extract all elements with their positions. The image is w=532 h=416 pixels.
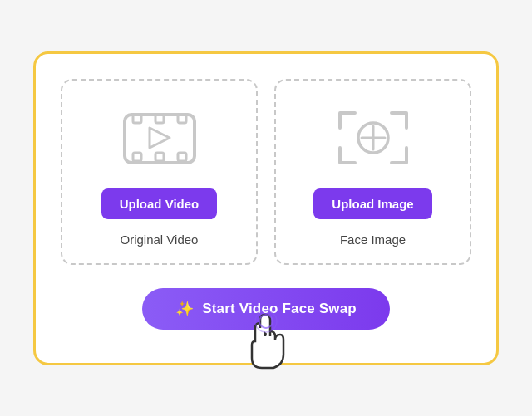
video-icon-area xyxy=(114,100,205,175)
face-icon xyxy=(332,105,415,171)
upload-image-button[interactable]: Upload Image xyxy=(313,188,431,219)
video-card-label: Original Video xyxy=(121,232,199,247)
face-icon-area xyxy=(328,100,419,175)
cards-row: Upload Video Original Video xyxy=(61,79,471,265)
svg-rect-2 xyxy=(155,115,164,123)
bottom-area: ✨ Start Video Face Swap xyxy=(142,288,390,330)
video-icon xyxy=(118,105,201,171)
svg-rect-1 xyxy=(133,115,141,123)
main-card: Upload Video Original Video xyxy=(33,51,499,365)
image-upload-card: Upload Image Face Image xyxy=(274,79,471,265)
cursor-hand xyxy=(237,310,295,379)
video-upload-card: Upload Video Original Video xyxy=(61,79,258,265)
wand-icon: ✨ xyxy=(175,300,194,318)
svg-marker-7 xyxy=(150,128,170,148)
svg-rect-5 xyxy=(155,153,164,161)
svg-rect-3 xyxy=(178,115,186,123)
upload-video-button[interactable]: Upload Video xyxy=(101,188,218,219)
image-card-label: Face Image xyxy=(340,232,406,247)
svg-rect-6 xyxy=(178,153,186,161)
svg-rect-4 xyxy=(133,153,141,161)
hand-cursor-icon xyxy=(237,310,295,376)
